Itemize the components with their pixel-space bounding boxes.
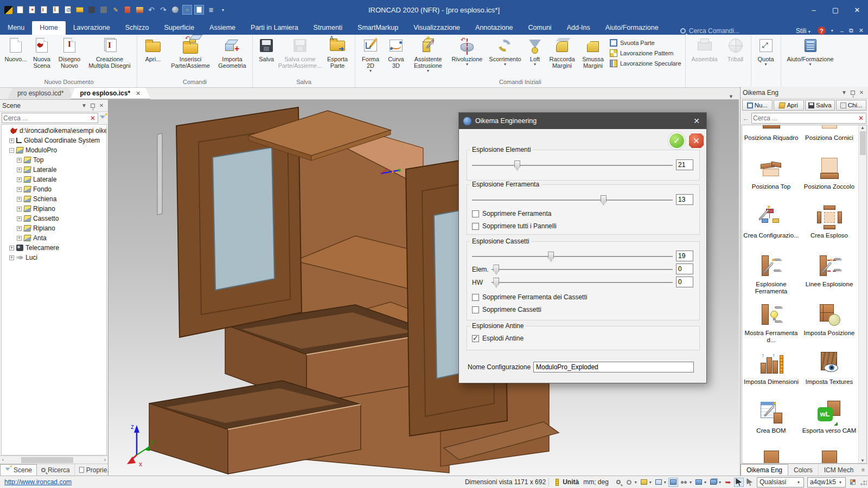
scroll-down-icon[interactable]: ▼ [860, 458, 865, 463]
tree-expander[interactable]: + [9, 138, 14, 143]
open-icon[interactable] [75, 5, 85, 15]
secondary-cursor-icon[interactable] [745, 478, 755, 487]
tree-expander[interactable]: + [17, 236, 22, 241]
inserisci-parte-button[interactable]: Inserisci Parte/Assieme [168, 35, 213, 69]
catalog-new-button[interactable]: Nu... [742, 100, 773, 111]
help-chevron-icon[interactable]: ▾ [831, 28, 833, 33]
tab-oikema-eng[interactable]: Oikema Eng [741, 464, 788, 476]
filter-icon[interactable] [100, 115, 106, 121]
tree-item-fondo[interactable]: +Fondo [2, 184, 106, 194]
svuota-parte-button[interactable]: Svuota Parte [608, 37, 684, 48]
importa-geometria-button[interactable]: Importa Geometria [214, 35, 250, 69]
curva-3d-button[interactable]: Curva 3D [385, 35, 407, 69]
esplosione-cassetti-value[interactable] [676, 251, 693, 261]
slider-track[interactable] [472, 256, 673, 257]
panel-menu-chevron-icon[interactable]: ▼ [840, 88, 848, 97]
tree-expander[interactable]: + [17, 207, 22, 211]
catalog-item-partial[interactable] [800, 446, 858, 464]
window-layout-icon[interactable] [194, 5, 204, 15]
esplodi-antine-checkbox[interactable]: Esplodi Antine [472, 335, 524, 342]
rivoluzione-button[interactable]: Rivoluzione▾ [449, 35, 486, 66]
aiuto-formazione-button[interactable]: Aiuto/Formazione▾ [783, 35, 838, 66]
new-scene-icon[interactable]: ✶ [27, 5, 37, 15]
render-cube-icon[interactable] [639, 478, 649, 487]
sphere-icon[interactable] [170, 5, 180, 15]
new-drawing-icon[interactable]: I [39, 5, 49, 15]
tree-item-schiena[interactable]: +Schiena [2, 194, 106, 204]
slider-track[interactable] [472, 165, 673, 166]
select-cursor-icon[interactable] [734, 478, 744, 487]
tree-expander[interactable]: + [9, 255, 14, 260]
close-tab-icon[interactable]: ✕ [136, 90, 141, 97]
tree-item-ripiano1[interactable]: +Ripiano [2, 204, 106, 214]
checkbox-icon[interactable] [472, 223, 479, 230]
ribbon-minimize-icon[interactable]: – [840, 28, 844, 34]
catalog-item-imposta-dimensioni[interactable]: ↑↑ Imposta Dimensioni [742, 349, 800, 397]
save-as-icon[interactable] [99, 5, 108, 15]
catalog-item-esporta-cam[interactable]: wL Esporta verso CAM [800, 397, 858, 446]
slider-thumb[interactable] [601, 195, 607, 206]
display-mode-icon[interactable] [654, 478, 663, 487]
catalog-item-crea-esploso[interactable]: Crea Esploso [800, 202, 858, 251]
config-combo[interactable]: a4qw1k5▾ [807, 477, 846, 487]
slider-track[interactable] [492, 282, 673, 283]
slider-track[interactable] [492, 269, 673, 270]
tree-item-laterale2[interactable]: +Laterale [2, 175, 106, 184]
tab-comuni[interactable]: Comuni [521, 21, 559, 35]
qat-customize-icon[interactable]: ▾ [218, 5, 228, 15]
tab-strumenti[interactable]: Strumenti [306, 21, 350, 35]
vertical-scrollbar[interactable]: ▲ ▼ [858, 125, 866, 463]
catalog-item-esplosione-ferramenta[interactable]: Esplosione Ferramenta [742, 251, 800, 300]
lavorazione-speculare-button[interactable]: Lavorazione Speculare [608, 58, 684, 68]
catalog-open-button[interactable]: Apri [774, 100, 804, 111]
chevron-down-icon[interactable]: ▾ [635, 480, 637, 485]
smussa-margini-button[interactable]: Smussa Margini [579, 35, 607, 69]
nuovo-button[interactable]: Nuovo... [3, 35, 28, 62]
redo-view-icon[interactable]: ➥ [723, 478, 733, 487]
disegno-nuovo-button[interactable]: Disegno Nuovo [55, 35, 84, 69]
close-panel-icon[interactable]: ✕ [97, 101, 106, 110]
tree-item-cassetto[interactable]: +Cassetto [2, 214, 106, 223]
chevron-down-icon[interactable]: ▾ [704, 480, 706, 485]
perspective-cube-icon[interactable] [694, 478, 704, 487]
tree-expander[interactable]: + [17, 177, 22, 182]
esplosione-elementi-slider[interactable] [472, 160, 673, 171]
slider-thumb[interactable] [493, 278, 499, 288]
checkbox-icon[interactable] [472, 294, 479, 301]
save-icon[interactable] [87, 5, 97, 15]
tree-expander[interactable]: + [17, 226, 22, 231]
elem-value[interactable] [676, 264, 693, 274]
tree-expander[interactable]: + [17, 168, 22, 172]
stili-dropdown[interactable]: Stili ▾ [796, 27, 812, 35]
resize-grip[interactable] [860, 479, 867, 485]
cancel-button[interactable]: ✕ [688, 132, 705, 149]
dialog-close-icon[interactable]: ✕ [691, 117, 702, 125]
tree-item-ripiano2[interactable]: +Ripiano [2, 223, 106, 233]
insert-part-icon[interactable] [123, 5, 132, 15]
sopprimere-pannelli-checkbox[interactable]: Sopprimere tutti i Pannelli [472, 222, 557, 230]
tab-visualizzazione[interactable]: Visualizzazione [406, 21, 468, 35]
tab-assieme[interactable]: Assieme [202, 21, 243, 35]
tab-aiuto-formazione[interactable]: Aiuto/Formazione [598, 21, 666, 35]
tab-scene[interactable]: Scene [0, 464, 37, 476]
tree-item-root[interactable]: d:\ironcad\oikema\esempi oiken [2, 126, 106, 136]
doc-tab-icd[interactable]: pro esploso.icd* [8, 88, 73, 99]
panel-menu-chevron-icon[interactable]: ▼ [80, 101, 88, 110]
close-panel-icon[interactable]: ✕ [857, 88, 866, 97]
catalog-item-mostra-ferramenta[interactable]: Mostra Ferramenta d... [742, 300, 800, 349]
new-multi-drawing-icon[interactable]: Ī [51, 5, 61, 15]
minimize-button[interactable]: – [803, 0, 825, 20]
esplosione-elementi-value[interactable] [676, 159, 693, 170]
scene-search-input[interactable] [3, 114, 89, 122]
catalog-close-button[interactable]: Chi... [836, 100, 866, 111]
new-document-icon[interactable] [15, 5, 25, 15]
elem-slider[interactable] [492, 264, 673, 275]
tree-expander[interactable]: - [9, 148, 14, 153]
tab-overflow-icon[interactable]: ≡ [861, 464, 868, 476]
shaded-view-icon[interactable] [668, 478, 678, 487]
raccorda-margini-button[interactable]: Raccorda Margini [546, 35, 578, 69]
insert-assembly-icon[interactable] [135, 5, 144, 15]
config-stack-icon[interactable] [709, 478, 718, 487]
esplosione-cassetti-slider[interactable] [472, 251, 673, 262]
undo-icon[interactable]: ↶ [146, 5, 156, 15]
